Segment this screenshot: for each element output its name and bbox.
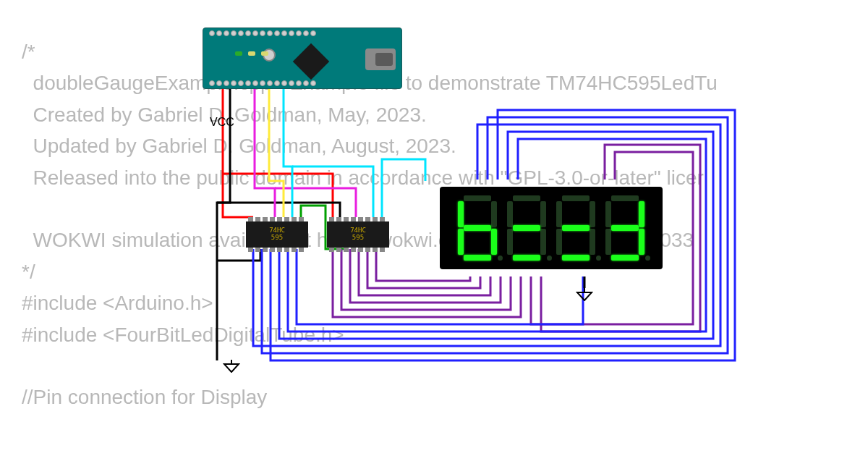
wire-latch-1 [255, 88, 275, 217]
wire-seg-c [271, 110, 735, 360]
wire-digit-1 [333, 249, 521, 317]
wire-seg-d [279, 132, 713, 339]
wire-clk-bridge [382, 159, 425, 217]
wire-digit-5 [367, 249, 480, 288]
wire-digit-top-a [531, 152, 693, 324]
wiring-layer [0, 0, 868, 456]
wire-data [269, 88, 284, 217]
wire-digit-top-b [541, 145, 700, 332]
wire-clock-1 [284, 88, 292, 217]
wire-vcc [223, 88, 253, 217]
wire-digit-6 [376, 249, 470, 281]
